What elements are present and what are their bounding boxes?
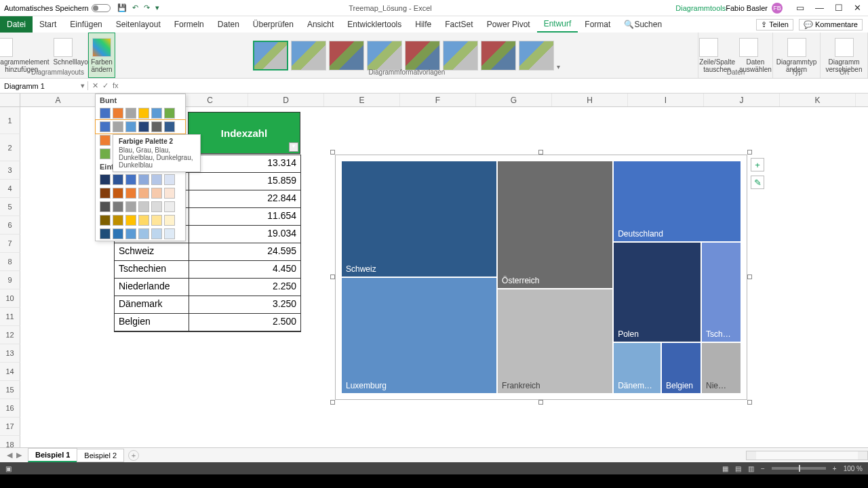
sheet-tab-1[interactable]: Beispiel 1 [28,448,77,462]
tm-belgien[interactable]: Belgien [661,342,701,394]
scroll-right-icon[interactable] [858,451,867,460]
row-12[interactable]: 12 [0,326,20,344]
swatch[interactable] [138,108,149,119]
col-D[interactable]: D [248,94,324,106]
zoom-out-icon[interactable]: − [761,465,765,472]
style-2[interactable] [291,41,326,70]
name-box[interactable]: Diagramm 1▾ [0,81,88,90]
zoom-level[interactable]: 100 % [844,465,863,472]
mono-gray[interactable] [96,200,185,214]
row-2[interactable]: 2 [0,134,20,161]
tm-schweiz[interactable]: Schweiz [341,161,497,277]
style-3[interactable] [329,41,364,70]
filter-icon[interactable]: ▾ [289,142,298,152]
tm-polen[interactable]: Polen [613,242,701,342]
swatch[interactable] [138,121,149,132]
style-5[interactable] [405,41,440,70]
swatch[interactable] [100,121,111,132]
minimize-icon[interactable]: — [815,3,824,13]
col-A[interactable]: A [20,94,96,106]
tab-view[interactable]: Ansicht [300,16,340,33]
chart-elements-button[interactable]: + [751,158,764,171]
switch-rc-icon[interactable] [699,38,718,57]
mono-gold[interactable] [96,214,185,227]
row-3[interactable]: 3 [0,161,20,180]
tm-deutschland[interactable]: Deutschland [613,161,741,242]
redo-icon[interactable]: ↷ [144,3,150,12]
treemap-chart[interactable]: + ✎ Schweiz Luxemburg Österreich Frankre… [335,155,747,400]
row-4[interactable]: 4 [0,180,20,198]
col-I[interactable]: I [628,94,704,106]
row-11[interactable]: 11 [0,308,20,326]
zoom-slider[interactable] [772,467,826,470]
style-1[interactable] [253,41,288,70]
share-button[interactable]: ⇪ Teilen [756,19,793,30]
select-data-icon[interactable] [739,38,758,57]
tab-powerpivot[interactable]: Power Pivot [480,16,537,33]
tab-start[interactable]: Start [33,16,63,33]
zoom-in-icon[interactable]: + [833,465,837,472]
swatch[interactable] [164,121,175,132]
sheet-nav[interactable]: ◀▶ [0,451,28,460]
swatch[interactable] [100,148,111,159]
tm-oesterreich[interactable]: Österreich [497,161,613,289]
style-8[interactable] [519,41,554,70]
tab-pagelayout[interactable]: Seitenlayout [109,16,167,33]
style-4[interactable] [367,41,402,70]
tab-data[interactable]: Daten [211,16,246,33]
save-icon[interactable]: 💾 [117,3,127,12]
row-13[interactable]: 13 [0,344,20,363]
search-label[interactable]: 🔍 Suchen [617,16,669,33]
tab-insert[interactable]: Einfügen [63,16,108,33]
swatch[interactable] [113,121,123,132]
record-macro-icon[interactable]: ▣ [5,465,12,472]
tm-niederlande[interactable]: Nie… [701,342,741,394]
tab-format[interactable]: Format [578,16,617,33]
row-7[interactable]: 7 [0,235,20,253]
row-17[interactable]: 17 [0,418,20,436]
change-type-icon[interactable] [787,38,806,57]
row-5[interactable]: 5 [0,198,20,216]
move-chart-icon[interactable] [835,38,854,57]
row-16[interactable]: 16 [0,399,20,418]
tm-daenemark[interactable]: Dänem… [613,342,661,394]
col-E[interactable]: E [324,94,400,106]
autosave-toggle[interactable]: Automatisches Speichern [4,4,111,12]
worksheet[interactable]: A B C D E F G H I J K 1 2 3 4 5 6 7 8 9 … [0,94,868,443]
mono-orange[interactable] [96,186,185,200]
row-10[interactable]: 10 [0,289,20,308]
swatch[interactable] [151,121,162,132]
user-area[interactable]: Fabio Basler FB [726,3,783,14]
tm-frankreich[interactable]: Frankreich [497,289,613,394]
swatch[interactable] [125,121,136,132]
view-normal-icon[interactable]: ▦ [722,465,728,472]
tab-help[interactable]: Hilfe [408,16,438,33]
horizontal-scrollbar[interactable] [746,451,868,460]
fx-icon[interactable]: fx [113,81,119,90]
view-pagelayout-icon[interactable]: ▤ [735,465,741,472]
row-8[interactable]: 8 [0,253,20,271]
col-G[interactable]: G [476,94,552,106]
view-pagebreak-icon[interactable]: ▥ [748,465,754,472]
tab-design[interactable]: Entwurf [537,16,578,33]
row-15[interactable]: 15 [0,381,20,399]
close-icon[interactable]: ✕ [854,3,861,13]
comments-button[interactable]: 💬 Kommentare [799,19,863,30]
swatch[interactable] [125,108,136,119]
style-7[interactable] [481,41,516,70]
tm-luxemburg[interactable]: Luxemburg [341,277,497,394]
tab-file[interactable]: Datei [0,16,33,33]
col-J[interactable]: J [704,94,780,106]
chevron-down-icon[interactable]: ▾ [81,81,85,90]
select-all-corner[interactable] [0,94,20,106]
swatch[interactable] [113,108,123,119]
palette-row-1[interactable] [96,106,185,120]
row-1[interactable]: 1 [0,107,20,134]
cancel-icon[interactable]: ✕ [92,81,98,90]
tab-review[interactable]: Überprüfen [246,16,300,33]
tab-formulas[interactable]: Formeln [167,16,211,33]
sheet-tab-2[interactable]: Beispiel 2 [77,449,124,462]
row-14[interactable]: 14 [0,363,20,381]
col-K[interactable]: K [780,94,856,106]
maximize-icon[interactable]: ☐ [835,3,843,13]
